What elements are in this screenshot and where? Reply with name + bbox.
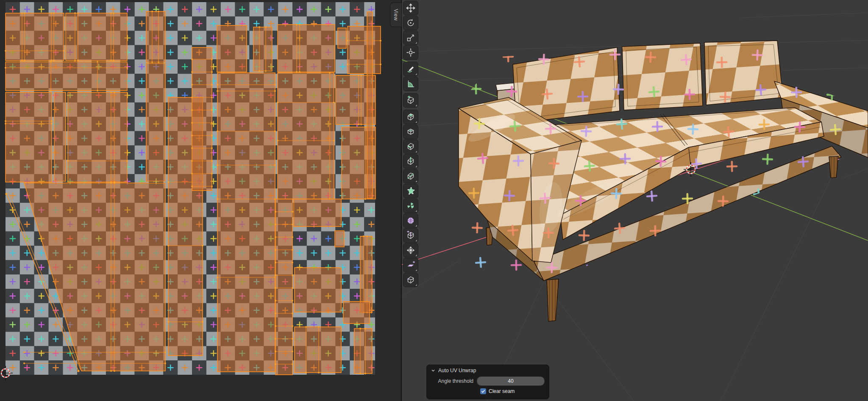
- viewport-3d-area: [402, 0, 868, 401]
- flyout-indicator: [415, 225, 417, 227]
- flyout-indicator: [415, 151, 417, 152]
- tool-move-button[interactable]: [403, 1, 418, 15]
- blender-window: View Auto UV Unwrap Angle threshold 40 C…: [0, 0, 868, 401]
- clear-seam-label: Clear seam: [489, 388, 515, 394]
- tool-extrude-region-button[interactable]: [403, 110, 418, 124]
- flyout-indicator: [415, 166, 417, 167]
- edge-slide-icon: [406, 231, 415, 240]
- tool-transform-button[interactable]: [403, 45, 418, 60]
- flyout-indicator: [415, 42, 417, 44]
- uv-island[interactable]: [335, 231, 344, 247]
- flyout-indicator: [415, 73, 417, 75]
- rotate-icon: [406, 18, 415, 28]
- tool-spin-button[interactable]: [403, 199, 418, 213]
- uv-editor-canvas[interactable]: [0, 0, 401, 401]
- operator-panel: Auto UV Unwrap Angle threshold 40 Clear …: [426, 365, 549, 399]
- tool-bevel-button[interactable]: [403, 139, 418, 154]
- extrude-region-icon: [406, 112, 415, 122]
- uv-island[interactable]: [54, 92, 66, 181]
- tool-inset-faces-button[interactable]: [403, 124, 418, 139]
- tool-shear-button[interactable]: [403, 258, 418, 272]
- inset-faces-icon: [406, 127, 415, 136]
- rip-region-icon: [406, 275, 415, 285]
- scale-icon: [406, 33, 415, 42]
- flyout-indicator: [415, 284, 417, 286]
- move-icon: [406, 3, 415, 13]
- checkmark-icon: [481, 389, 485, 393]
- tool-measure-button[interactable]: [403, 77, 418, 91]
- sofa-back-cushion-3: [704, 41, 783, 105]
- tool-annotate-button[interactable]: [403, 62, 418, 76]
- flyout-indicator: [415, 210, 417, 212]
- tool-knife-button[interactable]: [403, 169, 418, 183]
- loop-cut-icon: [406, 157, 415, 166]
- tool-loop-cut-button[interactable]: [403, 154, 418, 169]
- spin-icon: [406, 201, 415, 210]
- flyout-indicator: [415, 180, 417, 182]
- bevel-icon: [406, 142, 415, 151]
- uv-island[interactable]: [191, 47, 213, 191]
- smooth-icon: [406, 216, 415, 225]
- angle-threshold-field[interactable]: 40: [477, 376, 545, 386]
- uv-island[interactable]: [146, 64, 165, 181]
- tool-scale-button[interactable]: [403, 30, 418, 45]
- uv-island[interactable]: [347, 26, 381, 74]
- flyout-indicator: [415, 254, 417, 256]
- tool-smooth-button[interactable]: [403, 213, 418, 228]
- annotate-icon: [406, 64, 415, 74]
- uv-island[interactable]: [5, 61, 128, 91]
- uv-island[interactable]: [5, 12, 65, 61]
- shrink-fatten-icon: [406, 246, 415, 255]
- chevron-down-icon: [431, 368, 435, 373]
- uv-island[interactable]: [67, 91, 128, 183]
- uv-island[interactable]: [294, 199, 341, 227]
- clear-seam-row[interactable]: Clear seam: [480, 388, 549, 394]
- transform-icon: [406, 48, 415, 57]
- poly-build-icon: [406, 186, 415, 196]
- uv-island[interactable]: [295, 326, 341, 373]
- uv-editor-area: [0, 0, 401, 401]
- uv-island[interactable]: [5, 92, 53, 182]
- measure-icon: [406, 79, 415, 88]
- uv-island[interactable]: [338, 28, 346, 48]
- uv-island[interactable]: [66, 12, 127, 61]
- angle-threshold-label: Angle threshold: [427, 378, 477, 384]
- uv-island[interactable]: [354, 328, 372, 374]
- uv-island[interactable]: [343, 301, 370, 324]
- add-cube-icon: [406, 96, 415, 105]
- shear-icon: [406, 260, 415, 270]
- flyout-indicator: [415, 240, 417, 241]
- uv-island[interactable]: [278, 24, 335, 73]
- uv-island[interactable]: [253, 26, 272, 72]
- tool-column: [403, 1, 419, 288]
- tool-shrink-fatten-button[interactable]: [403, 243, 418, 257]
- uv-island[interactable]: [367, 12, 373, 198]
- flyout-indicator: [415, 121, 417, 123]
- tool-rip-region-button[interactable]: [403, 273, 418, 287]
- flyout-indicator: [415, 105, 417, 106]
- sidebar-tab-view[interactable]: View: [390, 3, 401, 27]
- uv-island[interactable]: [146, 11, 165, 63]
- viewport-3d-canvas[interactable]: [402, 0, 868, 401]
- tool-add-cube-button[interactable]: [403, 93, 418, 108]
- operator-panel-title: Auto UV Unwrap: [438, 368, 476, 373]
- tool-rotate-button[interactable]: [403, 16, 418, 30]
- knife-icon: [406, 171, 415, 181]
- tool-poly-build-button[interactable]: [403, 184, 418, 198]
- uv-island[interactable]: [275, 199, 293, 375]
- operator-panel-header[interactable]: Auto UV Unwrap: [427, 365, 549, 374]
- clear-seam-checkbox[interactable]: [480, 388, 486, 394]
- sofa-back-cushion-2: [622, 43, 703, 110]
- flyout-indicator: [415, 269, 417, 271]
- tool-edge-slide-button[interactable]: [403, 228, 418, 243]
- uv-island[interactable]: [295, 268, 341, 312]
- uv-island[interactable]: [277, 72, 335, 200]
- uv-island[interactable]: [217, 25, 247, 72]
- uv-island[interactable]: [217, 73, 276, 372]
